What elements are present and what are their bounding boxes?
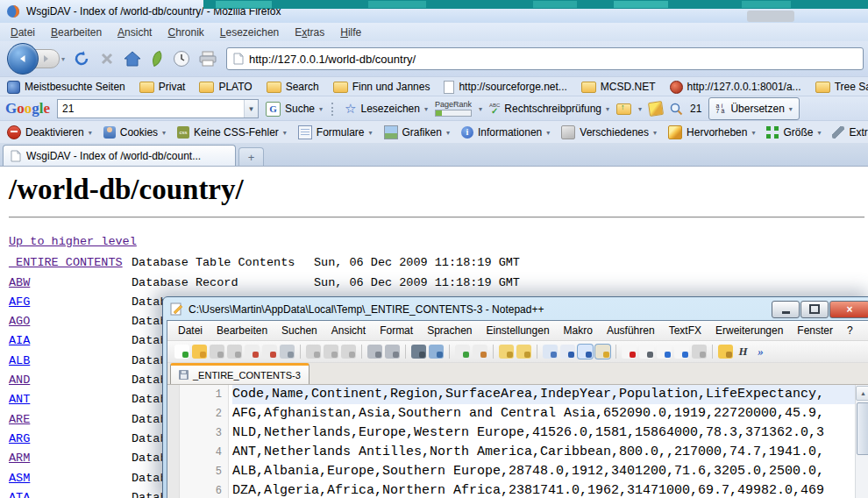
webdev-verschiedenes[interactable]: Verschiedenes▾	[561, 125, 657, 139]
dir-link-arm[interactable]: ARM	[9, 449, 132, 468]
dir-link-ant[interactable]: ANT	[9, 390, 132, 409]
print-button[interactable]	[199, 51, 217, 67]
npp-menu-textfx[interactable]: TextFX	[662, 323, 708, 338]
print-icon[interactable]	[280, 345, 295, 359]
code-area[interactable]: Code,Name,Continent,Region,SurfaceArea,I…	[229, 385, 855, 498]
zoom-in-icon[interactable]	[455, 345, 470, 359]
close-file-icon[interactable]	[245, 345, 260, 359]
history-dropdown-button[interactable]: ▾	[61, 55, 65, 63]
cut-icon[interactable]	[306, 345, 321, 359]
npp-menu-makro[interactable]: Makro	[557, 323, 600, 338]
highlighter-icon[interactable]	[648, 101, 664, 117]
ff-menu-ansicht[interactable]: Ansicht	[110, 24, 159, 41]
dir-link-aia[interactable]: AIA	[9, 331, 132, 351]
textfx-icon[interactable]: H	[736, 345, 751, 359]
show-all-chars-icon[interactable]	[578, 345, 593, 359]
stop-macro-icon[interactable]	[639, 345, 654, 359]
maximize-button[interactable]	[800, 301, 829, 318]
save-macro-icon[interactable]	[692, 345, 707, 359]
search-history-dropdown[interactable]: ▼	[244, 100, 258, 117]
dir-link-ata[interactable]: ATA	[9, 488, 132, 498]
npp-menu-erweiterungen[interactable]: Erweiterungen	[708, 323, 790, 338]
webdev-informationen[interactable]: Informationen▾	[461, 126, 550, 139]
ff-menu-lesezeichen[interactable]: Lesezeichen	[213, 24, 286, 41]
sync-horizontal-icon[interactable]	[516, 345, 531, 359]
replace-icon[interactable]	[429, 345, 444, 359]
url-bar[interactable]: http://127.0.0.1/world-db/country/	[226, 47, 864, 70]
npp-menu-fenster[interactable]: Fenster	[790, 323, 840, 338]
npp-menu-suchen[interactable]: Suchen	[274, 323, 324, 338]
redo-icon[interactable]	[385, 345, 400, 359]
scrollbar-thumb[interactable]	[857, 402, 868, 455]
record-macro-icon[interactable]	[622, 345, 637, 359]
dir-link-arg[interactable]: ARG	[9, 430, 132, 449]
webdev-extras[interactable]: Extras▾	[832, 126, 868, 139]
send-to-folder-icon[interactable]	[616, 103, 631, 115]
tab-wsgidav[interactable]: WsgiDAV - Index of /world-db/count...	[3, 145, 236, 166]
ff-menu-hilfe[interactable]: Hilfe	[333, 24, 368, 41]
webdev-größe[interactable]: Größe▾	[766, 126, 821, 139]
npp-menu-bearbeiten[interactable]: Bearbeiten	[210, 323, 274, 338]
find-count-icon[interactable]	[670, 103, 683, 116]
npp-menu-format[interactable]: Format	[373, 323, 420, 338]
ff-menu-bearbeiten[interactable]: Bearbeiten	[44, 24, 109, 41]
save-all-icon[interactable]	[227, 345, 242, 359]
up-to-higher-level-link[interactable]: Up to higher level	[9, 232, 137, 252]
sync-vertical-icon[interactable]	[499, 345, 514, 359]
save-icon[interactable]	[210, 345, 224, 359]
bookmark-finn-und-jannes[interactable]: Finn und Jannes	[333, 81, 430, 93]
google-search-input[interactable]	[58, 103, 244, 115]
find-icon[interactable]	[411, 345, 426, 359]
home-button[interactable]	[124, 51, 141, 67]
bookmark-plato[interactable]: PLATO	[199, 81, 252, 93]
history-button[interactable]	[173, 50, 190, 68]
webdev-cookies[interactable]: Cookies▾	[103, 126, 166, 139]
reload-button[interactable]	[73, 50, 90, 68]
ff-menu-chronik[interactable]: Chronik	[160, 24, 210, 41]
dir-link-and[interactable]: AND	[9, 371, 132, 390]
bookmark-http-127-0-0-1-8001-a[interactable]: http://127.0.0.1:8001/a...	[670, 81, 801, 94]
feed-button[interactable]	[150, 50, 164, 68]
google-bookmarks-button[interactable]: ☆ Lesezeichen ▾	[345, 101, 428, 117]
bookmark-meistbesuchte-seiten[interactable]: Meistbesuchte Seiten	[7, 81, 125, 94]
npp-menu-einstellungen[interactable]: Einstellungen	[480, 323, 557, 338]
undo-icon[interactable]	[367, 345, 382, 359]
toolbar-splitter[interactable]	[331, 103, 336, 116]
send-dropdown-caret[interactable]: ▾	[638, 105, 642, 113]
spellcheck-button[interactable]: ABC ✓ Rechtschreibprüfung ▾	[489, 103, 609, 116]
google-search-box[interactable]: ▼	[57, 99, 259, 118]
webdev-grafiken[interactable]: Grafiken▾	[384, 125, 450, 139]
minimize-button[interactable]	[772, 301, 800, 318]
load-session-icon[interactable]	[718, 345, 733, 359]
play-macro-icon[interactable]	[657, 345, 672, 359]
run-macro-multiple-icon[interactable]	[674, 345, 689, 359]
webdev-hervorheben[interactable]: Hervorheben▾	[668, 125, 755, 139]
copy-icon[interactable]	[324, 345, 338, 359]
bookmark-search[interactable]: Search	[267, 81, 319, 93]
document-tab[interactable]: _ENTIRE_CONTENTS-3	[170, 363, 309, 384]
dir-link-asm[interactable]: ASM	[9, 469, 132, 488]
dir-link-abw[interactable]: ABW	[9, 274, 132, 293]
ff-menu-datei[interactable]: Datei	[4, 24, 42, 41]
dir-link-are[interactable]: ARE	[9, 410, 132, 430]
zoom-out-icon[interactable]	[473, 345, 487, 359]
new-file-icon[interactable]	[174, 345, 189, 359]
dir-link-entire-contents[interactable]: _ENTIRE_CONTENTS	[9, 253, 132, 273]
vertical-scrollbar[interactable]: ▲	[855, 385, 868, 498]
back-button[interactable]	[7, 43, 39, 75]
bookmark-tree-samples[interactable]: Tree Samples	[815, 81, 868, 93]
close-button[interactable]: ×	[829, 301, 868, 318]
pagerank-widget[interactable]: PageRank	[435, 101, 472, 117]
webdev-deaktivieren[interactable]: Deaktivieren▾	[7, 125, 92, 139]
npp-menu-[interactable]: ?	[840, 323, 860, 338]
bookmark-mcsd-net[interactable]: MCSD.NET	[581, 81, 656, 93]
dir-link-afg[interactable]: AFG	[9, 293, 132, 312]
close-all-icon[interactable]	[262, 345, 277, 359]
google-search-button[interactable]: G Suche ▾	[266, 102, 323, 117]
new-tab-button[interactable]: +	[238, 147, 264, 166]
show-paragraph-icon[interactable]	[560, 345, 575, 359]
npp-menu-ansicht[interactable]: Ansicht	[324, 323, 373, 338]
pagerank-dropdown-caret[interactable]: ▾	[479, 105, 482, 113]
webdev-formulare[interactable]: Formulare▾	[298, 125, 373, 139]
dir-link-ago[interactable]: AGO	[9, 312, 132, 331]
